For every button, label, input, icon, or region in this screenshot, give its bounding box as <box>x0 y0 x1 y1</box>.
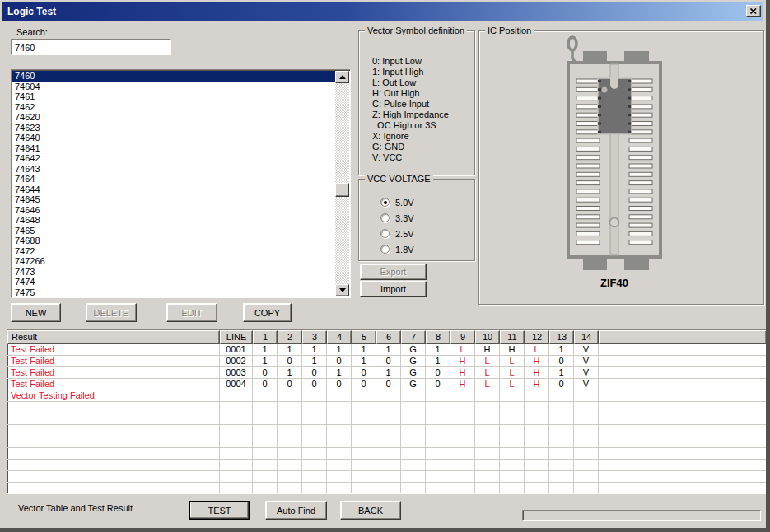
device-list-item[interactable]: 7475 <box>12 287 335 297</box>
cell-result: Test Failed <box>7 344 220 355</box>
cell-pin <box>549 413 574 424</box>
vector-symbol-line: V: VCC <box>372 152 449 163</box>
column-header-pin-3[interactable]: 3 <box>302 330 327 344</box>
cell-pin <box>549 402 574 413</box>
radio-icon[interactable] <box>380 198 390 207</box>
column-header-pin-12[interactable]: 12 <box>525 330 549 344</box>
device-list-item[interactable]: 7465 <box>12 226 335 236</box>
column-header-pin-9[interactable]: 9 <box>450 330 475 344</box>
new-button[interactable]: NEW <box>11 303 61 322</box>
cell-pin: H <box>525 356 549 366</box>
device-list-item[interactable]: 74641 <box>12 143 335 154</box>
table-row[interactable]: Test Failed0004000000G0HLLH0V <box>7 379 766 390</box>
back-button[interactable]: BACK <box>340 501 401 520</box>
device-list-item[interactable]: 74623 <box>12 123 335 133</box>
column-header-pin-13[interactable]: 13 <box>549 330 574 344</box>
device-list-item[interactable]: 74604 <box>12 82 335 92</box>
table-row <box>7 402 766 413</box>
cell-pin: H <box>525 379 549 390</box>
device-list-item[interactable]: 7472 <box>12 246 335 257</box>
cell-pin <box>278 483 302 493</box>
device-list-item[interactable]: 74620 <box>12 112 335 123</box>
auto-find-button[interactable]: Auto Find <box>265 501 327 520</box>
cell-pin <box>302 436 327 447</box>
column-header-pin-11[interactable]: 11 <box>500 330 525 344</box>
title-bar[interactable]: Logic Test <box>2 2 763 21</box>
column-header-pin-5[interactable]: 5 <box>352 330 376 344</box>
edit-button[interactable]: EDIT <box>166 303 217 322</box>
vector-symbol-line: X: Ignore <box>372 131 449 142</box>
close-button[interactable] <box>746 5 761 17</box>
table-row[interactable]: Test Failed0002101010G1HLLH0V <box>7 356 766 367</box>
column-header-pin-2[interactable]: 2 <box>278 330 302 344</box>
device-list-item[interactable]: 74646 <box>12 205 335 216</box>
cell-line <box>220 483 253 493</box>
device-list-item[interactable]: 7474 <box>12 277 335 287</box>
cell-pin: 1 <box>376 367 401 378</box>
export-button[interactable]: Export <box>360 264 427 280</box>
cell-pin <box>426 390 450 401</box>
device-list-item[interactable]: 74642 <box>12 153 335 164</box>
cell-pin <box>278 413 302 424</box>
ic-position-title: IC Position <box>485 26 534 35</box>
column-header-result[interactable]: Result <box>7 330 220 344</box>
cell-pin <box>352 448 376 459</box>
column-header-pin-4[interactable]: 4 <box>327 330 352 344</box>
column-header-pin-10[interactable]: 10 <box>475 330 500 344</box>
scroll-up-button[interactable] <box>335 71 349 83</box>
table-row[interactable]: Test Failed0001111111G1LHHL1V <box>7 344 766 356</box>
column-header-pin-1[interactable]: 1 <box>253 330 278 344</box>
column-header-filler[interactable] <box>599 330 766 344</box>
delete-button[interactable]: DELETE <box>86 303 137 322</box>
test-button[interactable]: TEST <box>189 501 250 520</box>
device-list-item[interactable]: 7461 <box>12 91 335 102</box>
table-row[interactable]: Vector Testing Failed <box>7 390 766 402</box>
column-header-line[interactable]: LINE <box>220 330 253 344</box>
scroll-down-button[interactable] <box>335 284 349 296</box>
column-header-pin-8[interactable]: 8 <box>426 330 450 344</box>
radio-icon[interactable] <box>380 213 390 222</box>
device-list-item[interactable]: 74688 <box>12 236 335 246</box>
device-list-item[interactable]: 7462 <box>12 102 335 113</box>
cell-line <box>220 390 253 401</box>
device-list-item[interactable]: 74640 <box>12 133 335 143</box>
vcc-option-1.8V[interactable]: 1.8V <box>380 241 414 257</box>
cell-pin: 0 <box>352 379 376 390</box>
import-button[interactable]: Import <box>360 281 427 297</box>
vcc-option-2.5V[interactable]: 2.5V <box>380 226 414 241</box>
column-header-pin-7[interactable]: 7 <box>401 330 426 344</box>
radio-icon[interactable] <box>380 229 390 238</box>
cell-result <box>7 413 220 424</box>
cell-pin <box>327 413 352 424</box>
device-list-item[interactable]: 74645 <box>12 194 335 205</box>
device-list-item[interactable]: 74648 <box>12 215 335 226</box>
device-list-item[interactable]: 7464 <box>12 174 335 184</box>
result-table-header[interactable]: ResultLINE1234567891011121314 <box>7 330 766 344</box>
column-header-pin-14[interactable]: 14 <box>574 330 599 344</box>
cell-pin <box>450 483 475 493</box>
cell-pin <box>450 413 475 424</box>
table-row[interactable]: Test Failed0003010101G0HLLH1V <box>7 367 766 379</box>
device-list[interactable]: 7460746047461746274620746237464074641746… <box>11 69 351 298</box>
cell-pin: L <box>525 344 549 355</box>
vcc-option-5.0V[interactable]: 5.0V <box>380 194 414 210</box>
column-header-pin-6[interactable]: 6 <box>376 330 401 344</box>
device-list-item[interactable]: 74643 <box>12 164 335 175</box>
scrollbar-thumb[interactable] <box>335 183 349 197</box>
cell-pin: 0 <box>549 356 574 366</box>
cell-filler <box>599 460 766 470</box>
device-list-item[interactable]: 7460 <box>12 71 335 82</box>
search-input[interactable] <box>11 39 171 55</box>
device-list-item[interactable]: 7473 <box>12 267 335 278</box>
copy-button[interactable]: COPY <box>243 303 292 322</box>
device-list-scrollbar[interactable] <box>335 71 349 296</box>
cell-filler <box>599 425 766 436</box>
result-table: ResultLINE1234567891011121314 Test Faile… <box>7 329 767 494</box>
cell-pin <box>327 436 352 447</box>
vcc-option-3.3V[interactable]: 3.3V <box>380 210 414 226</box>
radio-icon[interactable] <box>380 245 390 254</box>
device-list-item[interactable]: 747266 <box>12 256 335 267</box>
device-list-item[interactable]: 74644 <box>12 184 335 195</box>
cell-pin <box>327 460 352 470</box>
cell-pin <box>450 436 475 447</box>
